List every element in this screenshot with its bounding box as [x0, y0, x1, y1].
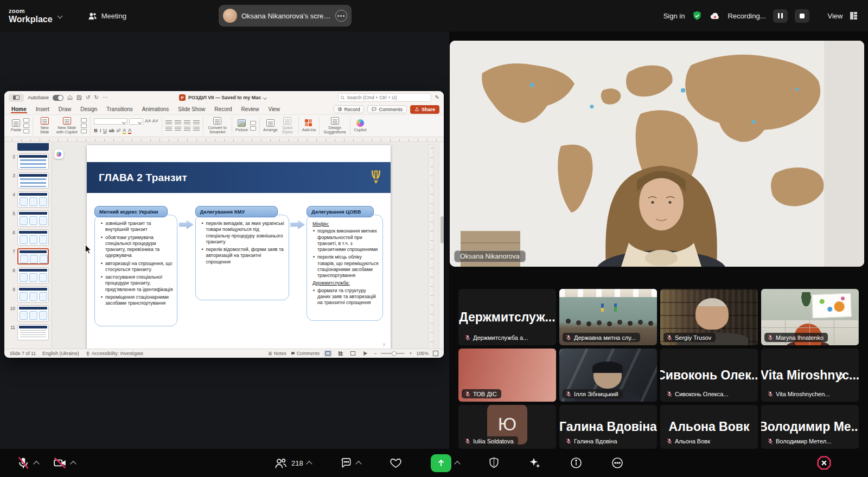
undo-icon[interactable]: ↺	[86, 95, 90, 100]
search-input[interactable]	[338, 93, 431, 102]
picture-button[interactable]: Picture	[235, 119, 248, 132]
slide-thumbnail-9[interactable]	[17, 286, 49, 302]
mic-off-button[interactable]	[16, 456, 30, 470]
participants-chevron-icon[interactable]	[306, 461, 312, 467]
slide-thumbnail-8[interactable]	[17, 267, 49, 283]
font-size-select[interactable]	[129, 118, 143, 125]
home-icon[interactable]	[67, 95, 73, 100]
ppt-tab-view[interactable]: View	[267, 105, 280, 113]
pause-recording-button[interactable]	[773, 9, 788, 23]
slide-thumbnail-panel[interactable]: 234567891011	[4, 142, 52, 349]
edit-pencil-icon[interactable]: ✎	[435, 95, 439, 100]
slide-thumbnail-11[interactable]	[17, 324, 49, 340]
stop-recording-button[interactable]	[795, 9, 809, 23]
info-button[interactable]	[570, 456, 583, 469]
slide-thumbnail-3[interactable]	[17, 172, 49, 189]
more-button[interactable]	[611, 456, 624, 469]
canvas-scrollbar[interactable]	[439, 142, 444, 349]
align-buttons[interactable]	[165, 127, 200, 132]
sign-in-link[interactable]: Sign in	[663, 12, 685, 20]
slideshow-view-button[interactable]	[361, 350, 369, 357]
participant-tile[interactable]: Держмитслуж...Держмитслужба а...	[458, 289, 556, 345]
clipboard-mini-tools[interactable]	[23, 118, 29, 133]
tab-meeting[interactable]: Meeting	[88, 12, 126, 20]
tab-shared-screen[interactable]: Oksana Nikanorova's screen •••	[219, 5, 352, 27]
slide-thumbnail-2[interactable]	[17, 153, 49, 170]
language-status[interactable]: English (Ukraine)	[42, 351, 79, 356]
participant-tile[interactable]: Sergiy Trusov	[660, 289, 758, 345]
ai-companion-button[interactable]	[528, 456, 541, 469]
slide-thumbnail-5[interactable]	[17, 210, 49, 227]
mic-options-chevron-icon[interactable]	[33, 461, 39, 467]
shapes-mini-tools[interactable]	[250, 121, 256, 131]
quick-styles-button[interactable]: Quick Styles	[280, 117, 295, 134]
add-ins-button[interactable]: Add-ins	[302, 119, 316, 132]
zoom-out-button[interactable]: −	[374, 351, 376, 356]
participant-tile[interactable]: Галина ВдовінаГалина Вдовіна	[559, 405, 657, 449]
scrollbar-thumb[interactable]	[441, 216, 444, 243]
copilot-suggestion-icon[interactable]	[54, 150, 63, 159]
fit-slide-icon[interactable]	[433, 351, 438, 356]
video-off-button[interactable]	[53, 456, 67, 470]
slide-thumbnail-10[interactable]	[17, 305, 49, 321]
document-title[interactable]: РОЗДІЛ VII — Saved to my Mac	[188, 95, 261, 100]
security-button[interactable]	[488, 456, 500, 469]
reactions-button[interactable]	[389, 457, 403, 469]
notes-button[interactable]: ≣ Notes	[268, 351, 286, 356]
window-icon[interactable]	[9, 94, 24, 102]
ppt-comments-button[interactable]: Comments	[367, 105, 407, 113]
convert-smartart-button[interactable]: Convert to SmartArt	[207, 117, 228, 134]
slide-sorter-view-button[interactable]	[336, 350, 344, 357]
view-button-label[interactable]: View	[828, 12, 843, 20]
font-format-buttons[interactable]: BIUabx²AA	[94, 127, 131, 134]
participant-tile[interactable]: Maryna Ihnatenko	[761, 289, 859, 345]
more-commands-icon[interactable]: ⋯	[103, 95, 108, 100]
list-buttons[interactable]	[165, 120, 200, 125]
slide-thumbnail-6[interactable]	[17, 229, 49, 246]
participant-tile[interactable]: Сивоконь Олек...Сивоконь Олекса...	[660, 349, 758, 402]
view-layout-icon[interactable]	[850, 12, 858, 20]
participants-button[interactable]: 218	[274, 457, 311, 469]
autosave-toggle[interactable]	[53, 95, 63, 101]
participant-tile[interactable]: Державна митна слу...	[559, 289, 657, 345]
ppt-tab-record[interactable]: Record	[214, 105, 232, 113]
normal-view-button[interactable]	[324, 350, 332, 357]
zoom-slider[interactable]	[381, 353, 405, 354]
workplace-menu-chevron-icon[interactable]	[57, 13, 62, 18]
chat-button[interactable]	[340, 457, 361, 469]
ppt-tab-home[interactable]: Home	[11, 105, 27, 113]
video-options-chevron-icon[interactable]	[70, 461, 76, 467]
comments-status-button[interactable]: Comments	[291, 351, 320, 356]
ppt-tab-slide-show[interactable]: Slide Show	[177, 105, 206, 113]
zoom-slider-thumb[interactable]	[392, 351, 397, 356]
end-meeting-button[interactable]	[816, 455, 832, 471]
participant-tile[interactable]: ТОВ ДІС	[458, 349, 556, 402]
accessibility-status[interactable]: Accessibility: Investigate	[86, 351, 143, 356]
arrange-button[interactable]: Arrange	[263, 119, 278, 132]
zoom-in-button[interactable]: +	[409, 351, 412, 356]
ppt-tab-draw[interactable]: Draw	[58, 105, 72, 113]
slide-thumbnail-partial[interactable]	[17, 143, 49, 151]
title-menu-chevron-icon[interactable]	[263, 95, 267, 99]
active-speaker-video[interactable]: Oksana Nikanorova	[450, 41, 864, 267]
ppt-tab-review[interactable]: Review	[241, 105, 260, 113]
share-screen-button[interactable]	[431, 454, 459, 472]
zoom-level-label[interactable]: 105%	[417, 351, 429, 356]
font-name-select[interactable]	[94, 118, 127, 125]
ppt-tab-design[interactable]: Design	[80, 105, 98, 113]
participant-tile[interactable]: ЮIuliia Soldatova	[458, 405, 556, 449]
next-participants-button[interactable]	[834, 369, 845, 383]
new-slide-button[interactable]: New Slide	[36, 117, 53, 134]
ppt-tab-transitions[interactable]: Transitions	[106, 105, 133, 113]
new-slide-copilot-button[interactable]: New Slide with Copilot	[55, 117, 79, 134]
ppt-record-button[interactable]: Record	[334, 105, 364, 113]
copilot-button[interactable]: Copilot	[354, 119, 366, 132]
layout-mini-tools[interactable]	[81, 118, 87, 133]
chat-chevron-icon[interactable]	[355, 461, 361, 467]
slide-thumbnail-4[interactable]	[17, 191, 49, 208]
redo-icon[interactable]: ↻	[94, 95, 98, 100]
slide-thumbnail-7[interactable]	[17, 248, 49, 265]
reading-view-button[interactable]	[349, 350, 357, 357]
participant-tile[interactable]: Ілля Зібницький	[559, 349, 657, 402]
save-icon[interactable]	[76, 95, 82, 100]
